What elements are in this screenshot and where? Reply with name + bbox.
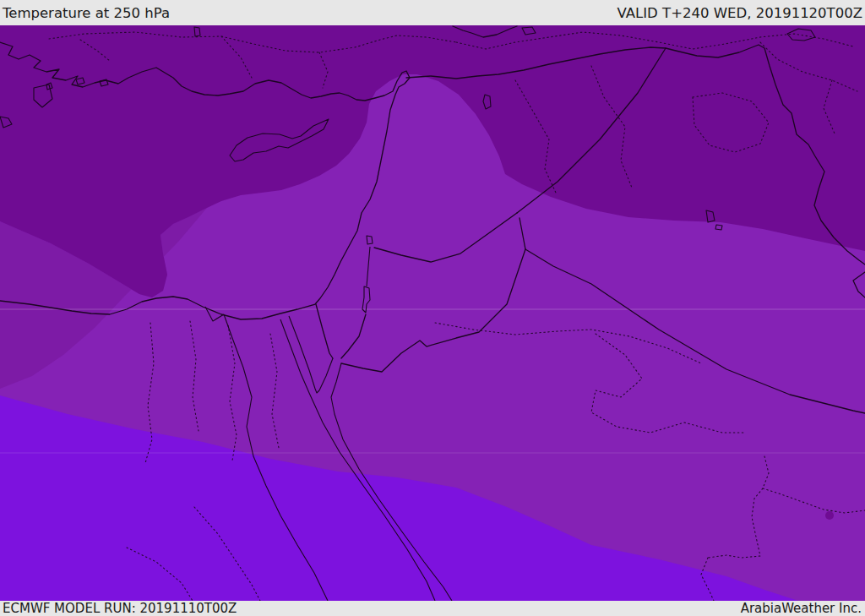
temperature-map-canvas (0, 25, 865, 601)
valid-time-label: VALID T+240 WED, 20191120T00Z (617, 5, 862, 21)
header-bar: Temperature at 250 hPa VALID T+240 WED, … (0, 0, 865, 25)
map-title: Temperature at 250 hPa (3, 5, 170, 21)
cold-spot (825, 511, 834, 520)
credit-label: ArabiaWeather Inc. (741, 601, 862, 616)
weather-map (0, 25, 865, 601)
footer-bar: ECMWF MODEL RUN: 20191110T00Z ArabiaWeat… (0, 601, 865, 616)
model-run-label: ECMWF MODEL RUN: 20191110T00Z (3, 601, 237, 616)
